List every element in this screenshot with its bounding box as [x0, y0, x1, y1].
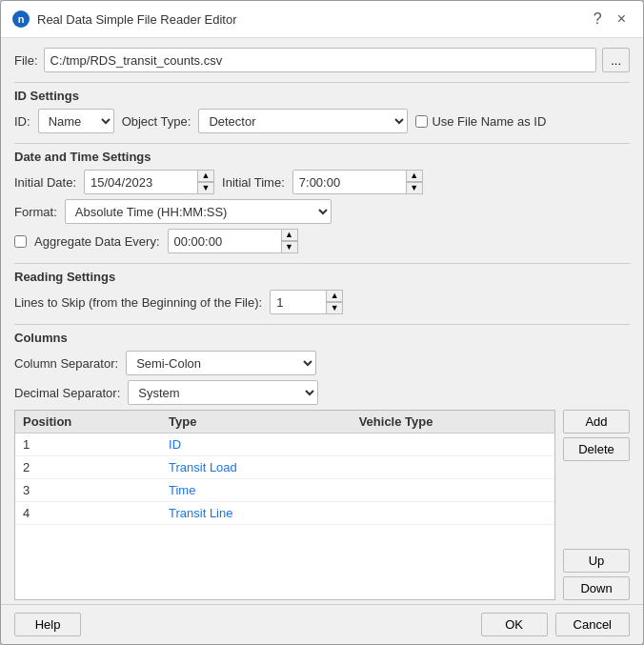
- title-actions: ? ×: [588, 9, 632, 30]
- format-select[interactable]: Absolute Time (HH:MM:SS): [65, 199, 332, 224]
- id-settings-header: ID Settings: [14, 89, 630, 103]
- initial-date-label: Initial Date:: [14, 175, 76, 190]
- browse-button[interactable]: ...: [602, 48, 630, 72]
- col-vehicle-type: [352, 456, 554, 479]
- col-type: Transit Line: [161, 502, 352, 525]
- datetime-row1: Initial Date: ▲ ▼ Initial Time: ▲ ▼: [14, 170, 630, 194]
- datetime-settings-section: Date and Time Settings Initial Date: ▲ ▼…: [14, 143, 630, 253]
- col-header-vehicle-type: Vehicle Type: [352, 411, 554, 433]
- initial-time-spinner: ▲ ▼: [292, 170, 423, 194]
- lines-label: Lines to Skip (from the Beginning of the…: [14, 295, 262, 310]
- file-row: File: ...: [14, 48, 630, 72]
- ok-button[interactable]: OK: [481, 613, 548, 636]
- date-down-btn[interactable]: ▼: [197, 182, 214, 194]
- columns-header: Columns: [14, 331, 630, 345]
- col-sep-label: Column Separator:: [14, 356, 118, 371]
- columns-table-wrap: Position Type Vehicle Type 1 ID 2 Transi…: [14, 410, 555, 600]
- help-title-button[interactable]: ?: [588, 9, 608, 30]
- col-header-type: Type: [161, 411, 352, 433]
- close-button[interactable]: ×: [612, 9, 632, 30]
- aggregate-spinner: ▲ ▼: [168, 229, 298, 253]
- help-button[interactable]: Help: [14, 613, 81, 636]
- date-up-btn[interactable]: ▲: [197, 170, 214, 182]
- col-sep-select[interactable]: Semi-Colon: [126, 351, 316, 375]
- aggregate-down-btn[interactable]: ▼: [281, 241, 298, 253]
- time-spinner-btns: ▲ ▼: [406, 170, 423, 194]
- add-column-button[interactable]: Add: [563, 410, 630, 433]
- id-settings-section: ID Settings ID: Name Object Type: Detect…: [14, 82, 630, 133]
- app-icon: n: [12, 10, 30, 28]
- table-row[interactable]: 1 ID: [15, 433, 554, 456]
- lines-spinner: ▲ ▼: [270, 290, 343, 314]
- object-type-select[interactable]: Detector: [198, 109, 408, 133]
- dec-sep-row: Decimal Separator: System: [14, 380, 630, 405]
- aggregate-label: Aggregate Data Every:: [34, 234, 160, 249]
- title-left: n Real Data Simple File Reader Editor: [12, 10, 237, 28]
- lines-spinner-btns: ▲ ▼: [326, 290, 343, 314]
- aggregate-checkbox[interactable]: [14, 235, 27, 248]
- col-position: 2: [15, 456, 161, 479]
- aggregate-up-btn[interactable]: ▲: [281, 229, 298, 241]
- time-up-btn[interactable]: ▲: [406, 170, 423, 182]
- use-file-name-row: Use File Name as ID: [415, 114, 546, 129]
- id-settings-row: ID: Name Object Type: Detector Use File …: [14, 109, 630, 133]
- aggregate-spinner-btns: ▲ ▼: [281, 229, 298, 253]
- file-label: File:: [14, 53, 38, 68]
- use-file-name-checkbox[interactable]: [415, 115, 428, 128]
- dec-sep-label: Decimal Separator:: [14, 386, 120, 400]
- id-select[interactable]: Name: [38, 109, 114, 133]
- col-vehicle-type: [352, 502, 554, 525]
- cancel-button[interactable]: Cancel: [555, 613, 630, 636]
- reading-settings-header: Reading Settings: [14, 270, 630, 284]
- col-sep-row: Column Separator: Semi-Colon: [14, 351, 630, 375]
- col-type: ID: [161, 433, 352, 456]
- time-down-btn[interactable]: ▼: [406, 182, 423, 194]
- aggregate-input[interactable]: [168, 229, 282, 253]
- col-btn-spacer: [563, 465, 630, 545]
- dialog-footer: Help OK Cancel: [1, 604, 643, 644]
- datetime-row2: Format: Absolute Time (HH:MM:SS): [14, 199, 630, 224]
- title-bar: n Real Data Simple File Reader Editor ? …: [1, 1, 643, 38]
- use-file-name-label: Use File Name as ID: [432, 114, 546, 129]
- col-header-position: Position: [15, 411, 161, 433]
- datetime-row3: Aggregate Data Every: ▲ ▼: [14, 229, 630, 253]
- initial-date-spinner: ▲ ▼: [84, 170, 214, 194]
- columns-section: Columns Column Separator: Semi-Colon Dec…: [14, 324, 630, 600]
- table-header-row: Position Type Vehicle Type: [15, 411, 554, 433]
- id-label: ID:: [14, 114, 30, 129]
- col-vehicle-type: [352, 433, 554, 456]
- columns-table: Position Type Vehicle Type 1 ID 2 Transi…: [15, 411, 554, 525]
- dialog-window: n Real Data Simple File Reader Editor ? …: [0, 0, 644, 645]
- col-vehicle-type: [352, 479, 554, 502]
- file-path-input[interactable]: [44, 48, 597, 72]
- dec-sep-select[interactable]: System: [128, 380, 318, 405]
- col-type: Time: [161, 479, 352, 502]
- footer-right: OK Cancel: [481, 613, 630, 636]
- reading-settings-section: Reading Settings Lines to Skip (from the…: [14, 263, 630, 314]
- initial-time-label: Initial Time:: [222, 175, 285, 190]
- table-row[interactable]: 4 Transit Line: [15, 502, 554, 525]
- lines-down-btn[interactable]: ▼: [326, 302, 343, 314]
- dialog-content: File: ... ID Settings ID: Name Object Ty…: [1, 38, 643, 604]
- datetime-settings-header: Date and Time Settings: [14, 150, 630, 164]
- format-label: Format:: [14, 205, 57, 219]
- table-row[interactable]: 2 Transit Load: [15, 456, 554, 479]
- up-column-button[interactable]: Up: [563, 549, 630, 573]
- columns-buttons: Add Delete Up Down: [563, 410, 630, 600]
- col-position: 4: [15, 502, 161, 525]
- object-type-label: Object Type:: [122, 114, 191, 129]
- window-title: Real Data Simple File Reader Editor: [37, 12, 237, 27]
- col-position: 1: [15, 433, 161, 456]
- delete-column-button[interactable]: Delete: [563, 437, 630, 461]
- initial-time-input[interactable]: [292, 170, 407, 194]
- date-spinner-btns: ▲ ▼: [197, 170, 214, 194]
- lines-input[interactable]: [270, 290, 327, 314]
- lines-up-btn[interactable]: ▲: [326, 290, 343, 302]
- col-position: 3: [15, 479, 161, 502]
- columns-table-section: Position Type Vehicle Type 1 ID 2 Transi…: [14, 410, 630, 600]
- down-column-button[interactable]: Down: [563, 576, 630, 600]
- table-row[interactable]: 3 Time: [15, 479, 554, 502]
- initial-date-input[interactable]: [84, 170, 198, 194]
- reading-row: Lines to Skip (from the Beginning of the…: [14, 290, 630, 314]
- col-type: Transit Load: [161, 456, 352, 479]
